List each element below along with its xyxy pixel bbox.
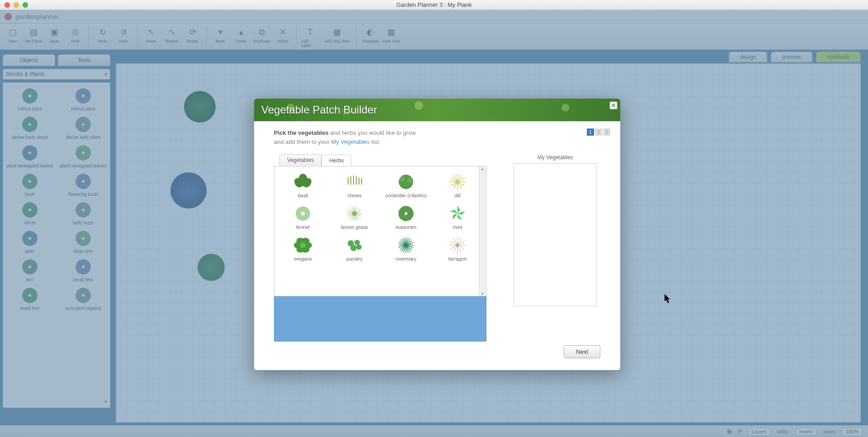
toolbar-hide-grid[interactable]: ▦Hide Grid [381, 25, 401, 44]
palette-scroll-down-icon[interactable]: ▾ [104, 399, 107, 405]
palette-item-label: small fern [73, 277, 93, 282]
palette-item[interactable]: palm [4, 228, 56, 254]
herb-label: dill [454, 193, 460, 198]
herb-icon [393, 171, 419, 193]
plant-icon [71, 228, 96, 249]
herb-icon [445, 171, 470, 193]
window-titlebar: Garden Planner 3 : My Plank [0, 0, 868, 10]
toolbar-undo[interactable]: ↺Undo [113, 25, 133, 44]
view-tab-preview[interactable]: preview [771, 52, 812, 62]
palette-item[interactable]: succulent (agave) [57, 285, 109, 311]
shadow-icon: ◐ [364, 26, 376, 38]
toolbar-rotate[interactable]: ⟳Rotate [183, 25, 203, 44]
units-select[interactable]: metric [795, 428, 817, 436]
toolbar-delete[interactable]: ✕Delete [273, 25, 292, 44]
plant-icon [17, 256, 42, 277]
picker-tab-vegetables[interactable]: Vegetables [279, 154, 321, 166]
herb-label: lemon grass [341, 224, 368, 230]
plant-icon [71, 114, 96, 135]
palette-item[interactable]: bush [4, 171, 56, 197]
svg-point-228 [456, 244, 459, 247]
properties-icon[interactable]: P [738, 429, 741, 434]
palette-item-label: small fern [20, 306, 39, 311]
herb-item-oregano[interactable]: oregano [277, 234, 329, 261]
toolbar-resize[interactable]: ⤡Resize [162, 25, 182, 44]
herb-icon [445, 234, 470, 256]
toolbar-front[interactable]: ▴Front [231, 25, 251, 44]
view-tab-notebook[interactable]: notebook [816, 52, 861, 62]
herb-item-coriander-cilantro-[interactable]: coriander (cilantro) [380, 171, 432, 198]
plant-icon [71, 200, 96, 220]
herb-item-mint[interactable]: mint [432, 203, 483, 230]
app-logo-icon [5, 13, 12, 20]
herb-item-fennel[interactable]: fennel [277, 203, 329, 230]
palette-item[interactable]: dense leafy shrub [4, 114, 56, 140]
selection-strip[interactable] [274, 296, 486, 342]
toolbar-back[interactable]: ▾Back [210, 25, 230, 44]
toolbar-myplans[interactable]: ▤My Plans [24, 25, 43, 44]
palette-item[interactable]: coleus plant [57, 86, 109, 111]
zoom-select[interactable]: 100% [842, 428, 863, 436]
palette-item[interactable]: large fern [57, 228, 109, 254]
step-2[interactable]: 2 [595, 128, 602, 136]
panel-tab-objects[interactable]: Objects [3, 54, 55, 66]
herb-item-tarragon[interactable]: tarragon [432, 234, 483, 261]
palette-item-label: coleus plant [71, 106, 95, 111]
dialog-header: Vegetable Patch Builder ✕ [254, 99, 620, 121]
plant-icon [17, 171, 42, 192]
toolbar-duplicate[interactable]: ⧉Duplicate [252, 25, 272, 44]
toolbar-save[interactable]: ▣Save [44, 25, 64, 44]
redo-icon: ↻ [97, 26, 108, 38]
herb-picker: basilchivescoriander (cilantro)dillfenne… [274, 166, 486, 296]
my-vegetables-label: My Vegetables [514, 154, 597, 161]
layers-button[interactable]: Layers [748, 428, 771, 436]
category-select[interactable]: Shrubs & Plants [3, 69, 110, 80]
herb-item-dill[interactable]: dill [432, 171, 483, 198]
grid-toggle-icon[interactable]: ▦ [727, 428, 731, 434]
toolbar-print[interactable]: ⎙Print [65, 25, 85, 44]
toolbar-shadows[interactable]: ◐Shadows [360, 25, 380, 44]
my-vegetables-list[interactable] [514, 163, 597, 306]
picker-tab-herbs[interactable]: Herbs [321, 155, 351, 166]
palette-item[interactable]: plant variegated leaves [4, 142, 56, 168]
palette-item[interactable]: shrub [4, 200, 56, 225]
status-bar: ▦ P Layers units: metric zoom 100% [0, 425, 868, 437]
view-tab-design[interactable]: design [729, 52, 767, 62]
palette-item[interactable]: plant variegated leaves [57, 142, 109, 168]
bring-front-icon: ▴ [235, 26, 247, 38]
vegbed-icon: ▦ [331, 26, 343, 38]
object-palette: coleus plantcoleus plantdense leafy shru… [3, 82, 110, 408]
herb-icon [290, 203, 316, 224]
herb-item-rosemary[interactable]: rosemary [380, 234, 432, 261]
my-vegetables-link[interactable]: My Vegetables [331, 138, 369, 145]
toolbar-move[interactable]: ↖Move [141, 25, 161, 44]
toolbar-add-label[interactable]: TAdd Label [300, 25, 320, 49]
toolbar-new[interactable]: ▢New [3, 25, 23, 44]
herb-item-lemon-grass[interactable]: lemon grass [329, 203, 380, 230]
toolbar-add-veg-bed[interactable]: ▦Add Veg. Bed [321, 25, 353, 44]
palette-item[interactable]: dense leafy plant [57, 114, 109, 140]
canvas-plant[interactable] [184, 91, 216, 123]
panel-tab-tools[interactable]: Tools [58, 54, 110, 66]
palette-item[interactable]: small fern [4, 285, 56, 311]
toolbar-redo[interactable]: ↻Redo [93, 25, 113, 44]
step-3[interactable]: 3 [603, 128, 610, 136]
herb-item-marjoram[interactable]: marjoram [380, 203, 432, 230]
plant-icon [71, 142, 96, 163]
herb-item-basil[interactable]: basil [277, 171, 329, 198]
step-1[interactable]: 1 [587, 128, 594, 136]
palette-item[interactable]: small fern [57, 256, 109, 282]
dialog-close-button[interactable]: ✕ [609, 101, 618, 109]
picker-scrollbar[interactable] [479, 166, 486, 296]
palette-item[interactable]: coleus plant [4, 86, 56, 111]
undo-icon: ↺ [118, 26, 129, 38]
palette-item[interactable]: leafy bush [57, 200, 109, 225]
herb-item-parsley[interactable]: parsley [329, 234, 380, 261]
palette-item[interactable]: fern [4, 256, 56, 282]
palette-item[interactable]: flowering bush [57, 171, 109, 197]
canvas-plant[interactable] [198, 254, 225, 281]
herb-item-chives[interactable]: chives [329, 171, 380, 198]
canvas-plant[interactable] [170, 172, 207, 209]
next-button[interactable]: Next [564, 345, 600, 358]
palette-item-label: fern [26, 277, 33, 282]
